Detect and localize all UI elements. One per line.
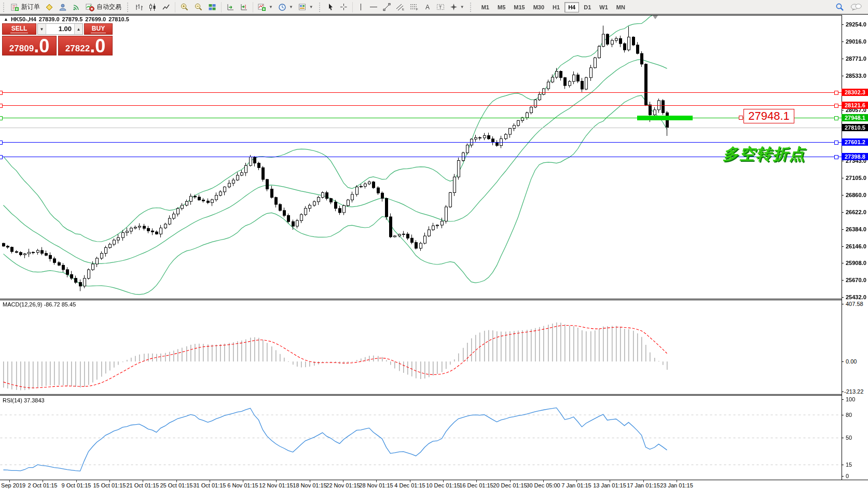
chart-bars-button[interactable] [132, 1, 146, 13]
toolbar-grip [127, 3, 130, 12]
hline-support[interactable] [0, 157, 842, 157]
sell-price-box[interactable]: 27809 .0 [2, 36, 57, 55]
line-handle[interactable] [0, 91, 3, 95]
signals-icon [72, 3, 80, 11]
hline-current-price[interactable] [0, 128, 842, 128]
text-button[interactable]: A [421, 1, 434, 13]
time-axis-border [0, 480, 868, 480]
line-handle[interactable] [0, 141, 3, 145]
trendline-button[interactable] [380, 1, 393, 13]
timeframe-D1[interactable]: D1 [580, 2, 595, 12]
community-button[interactable] [56, 1, 70, 13]
line-handle[interactable] [834, 141, 838, 145]
time-axis-label: 21 Oct 01:15 [127, 482, 159, 488]
crosshair-button[interactable] [337, 1, 350, 13]
timeframe-H1[interactable]: H1 [549, 2, 563, 12]
chart-shift-button[interactable] [237, 1, 251, 13]
search-icon[interactable] [835, 3, 844, 11]
buy-button[interactable]: BUY [84, 23, 113, 35]
time-axis-label: 12 Nov 01:15 [259, 482, 293, 488]
hline-resistance[interactable] [0, 105, 842, 106]
zoom-out-button[interactable] [191, 1, 205, 13]
chart-candles-button[interactable] [146, 1, 159, 13]
timeframe-M5[interactable]: M5 [494, 2, 509, 12]
timeframe-MN[interactable]: MN [613, 2, 629, 12]
timeframe-M15[interactable]: M15 [510, 2, 528, 12]
hline-key-level[interactable] [0, 118, 842, 118]
hline-resistance[interactable] [0, 92, 842, 93]
autotrading-button[interactable]: 自动交易 [83, 1, 124, 13]
svg-text:T: T [439, 5, 442, 10]
price-callout-box[interactable]: 27948.1 [743, 109, 794, 123]
highlight-bar[interactable] [637, 116, 693, 120]
rsi-level-label: 100 [846, 396, 855, 402]
timeframe-H4[interactable]: H4 [564, 2, 579, 12]
cursor-icon [327, 3, 335, 11]
periods-button[interactable]: ▼ [275, 1, 296, 13]
collapse-triangle-icon[interactable]: ▲ [4, 17, 8, 22]
sell-button[interactable]: SELL [2, 23, 36, 35]
line-handle[interactable] [834, 155, 838, 159]
time-axis-label: 2 Oct 01:15 [28, 482, 58, 488]
templates-button[interactable]: ▼ [296, 1, 316, 13]
line-handle[interactable] [834, 104, 838, 108]
panel-separator [0, 300, 842, 300]
chart-shift-marker-icon[interactable] [653, 16, 658, 19]
text-icon: A [424, 3, 431, 11]
fibonacci-button[interactable]: F [407, 1, 421, 13]
tile-windows-button[interactable] [205, 1, 219, 13]
line-handle[interactable] [0, 104, 3, 108]
close-value: 27810.5 [108, 16, 129, 22]
time-axis-label: 15 Oct 01:15 [93, 482, 126, 488]
time-axis-label: 10 Dec 01:15 [426, 482, 460, 488]
vertical-line-button[interactable] [355, 1, 367, 13]
zoom-out-icon [194, 3, 203, 11]
volume-input[interactable]: 1.00 [46, 24, 74, 34]
macd-level-dash [842, 304, 844, 304]
chart-window: ▲ HK50-,H4 27839.0 27879.5 27699.0 27810… [0, 14, 868, 489]
timeframe-W1[interactable]: W1 [596, 2, 612, 12]
line-handle[interactable] [834, 116, 838, 120]
text-label-button[interactable]: T [434, 1, 447, 13]
metaeditor-button[interactable] [43, 1, 56, 13]
horizontal-line-button[interactable] [367, 1, 380, 13]
signals-button[interactable] [70, 1, 83, 13]
turning-point-label[interactable]: 多空转折点 [723, 144, 806, 165]
toolbar-grip [470, 3, 473, 12]
hline-support[interactable] [0, 142, 842, 143]
volume-decrease-button[interactable]: ▼ [38, 24, 46, 34]
chat-icon[interactable] [850, 3, 862, 11]
zoom-in-button[interactable] [177, 1, 191, 13]
toolbar-separator [352, 2, 353, 12]
rsi-canvas[interactable] [0, 396, 842, 480]
zoom-in-icon [180, 3, 189, 11]
price-tick-dash [842, 24, 844, 25]
new-order-icon [11, 3, 19, 11]
auto-scroll-button[interactable] [224, 1, 237, 13]
line-handle[interactable] [0, 116, 3, 120]
arrows-button[interactable]: ▼ [447, 1, 467, 13]
main-chart-canvas[interactable] [0, 16, 842, 299]
dropdown-caret-icon: ▼ [269, 5, 273, 9]
chart-line-button[interactable] [159, 1, 173, 13]
buy-price-box[interactable]: 27822 .0 [58, 36, 113, 55]
new-order-button[interactable]: 新订单 [8, 1, 43, 13]
timeframe-M1[interactable]: M1 [478, 2, 493, 12]
svg-text:E: E [402, 8, 404, 11]
volume-increase-button[interactable]: ▲ [74, 24, 82, 34]
dropdown-caret-icon: ▼ [460, 5, 464, 9]
macd-label: MACD(12,26,9) -86.72 85.45 [3, 301, 76, 308]
line-handle[interactable] [0, 155, 3, 159]
macd-canvas[interactable] [0, 300, 842, 394]
window-top-border-inner [0, 15, 868, 16]
timeframe-M30[interactable]: M30 [530, 2, 548, 12]
macd-level-dash [842, 392, 844, 392]
open-value: 27839.0 [39, 16, 60, 22]
channel-button[interactable]: E [393, 1, 407, 13]
crosshair-icon [340, 3, 348, 11]
line-handle[interactable] [834, 91, 838, 95]
cursor-button[interactable] [324, 1, 337, 13]
buy-price: 27822 [65, 44, 90, 54]
indicators-button[interactable]: ▼ [255, 1, 275, 13]
callout-handle[interactable] [739, 116, 743, 120]
